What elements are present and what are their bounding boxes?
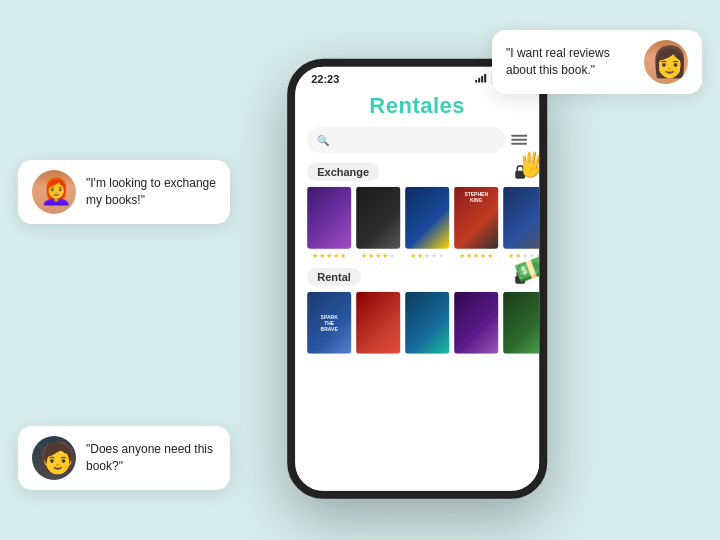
phone-mockup: 22:23 📶 Rentales 🔍 bbox=[287, 59, 547, 499]
bubble-exchange: "I'm looking to exchange my books!" bbox=[18, 160, 230, 224]
book-item[interactable] bbox=[405, 292, 449, 354]
signal-icon bbox=[475, 75, 486, 83]
book-cover bbox=[307, 187, 351, 249]
menu-button[interactable] bbox=[511, 135, 527, 145]
phone-screen: 22:23 📶 Rentales 🔍 bbox=[295, 67, 539, 491]
book-cover bbox=[405, 187, 449, 249]
book-item[interactable]: ★★★★★ bbox=[356, 187, 400, 260]
book-cover bbox=[503, 187, 539, 249]
book-cover bbox=[356, 292, 400, 354]
bubble-reviews: "I want real reviews about this book." bbox=[492, 30, 702, 94]
exchange-section-header: Exchange bbox=[307, 163, 527, 181]
book-item[interactable]: ★★★★★ bbox=[405, 187, 449, 260]
bubble-exchange-text: "I'm looking to exchange my books!" bbox=[86, 175, 216, 209]
bubble-rental: "Does anyone need this book?" bbox=[18, 426, 230, 490]
book-cover bbox=[503, 292, 539, 354]
bubble-rental-avatar bbox=[32, 436, 76, 480]
exchange-book-grid: ★★★★★ ★★★★★ ★★★★★ STEP bbox=[295, 187, 539, 260]
bubble-reviews-text: "I want real reviews about this book." bbox=[506, 45, 634, 79]
app-title: Rentales bbox=[369, 93, 465, 118]
book-stars: ★★★★★ bbox=[361, 252, 395, 260]
app-header: Rentales bbox=[295, 89, 539, 127]
rental-label: Rental bbox=[307, 268, 361, 286]
search-icon: 🔍 bbox=[317, 134, 329, 145]
search-bar: 🔍 bbox=[307, 127, 527, 153]
bubble-reviews-avatar bbox=[644, 40, 688, 84]
bubble-exchange-avatar bbox=[32, 170, 76, 214]
status-time: 22:23 bbox=[311, 73, 339, 85]
book-item[interactable] bbox=[356, 292, 400, 354]
rental-section-header: Rental bbox=[307, 268, 527, 286]
book-stars: ★★★★★ bbox=[459, 252, 493, 260]
book-stars: ★★★★★ bbox=[312, 252, 346, 260]
book-cover bbox=[454, 292, 498, 354]
book-cover bbox=[356, 187, 400, 249]
exchange-label: Exchange bbox=[307, 163, 379, 181]
rental-book-grid: SPARKTHEBRAVE bbox=[295, 292, 539, 354]
book-cover: STEPHENKING bbox=[454, 187, 498, 249]
book-item[interactable]: ★★★★★ bbox=[503, 187, 539, 260]
bubble-rental-text: "Does anyone need this book?" bbox=[86, 441, 216, 475]
book-item[interactable]: STEPHENKING ★★★★★ bbox=[454, 187, 498, 260]
book-item[interactable] bbox=[503, 292, 539, 354]
hand-decoration: 🖐️ bbox=[515, 148, 539, 181]
book-cover bbox=[405, 292, 449, 354]
book-item[interactable]: SPARKTHEBRAVE bbox=[307, 292, 351, 354]
search-input[interactable]: 🔍 bbox=[307, 127, 505, 153]
book-item[interactable] bbox=[454, 292, 498, 354]
book-item[interactable]: ★★★★★ bbox=[307, 187, 351, 260]
book-cover: SPARKTHEBRAVE bbox=[307, 292, 351, 354]
book-stars: ★★★★★ bbox=[410, 252, 444, 260]
